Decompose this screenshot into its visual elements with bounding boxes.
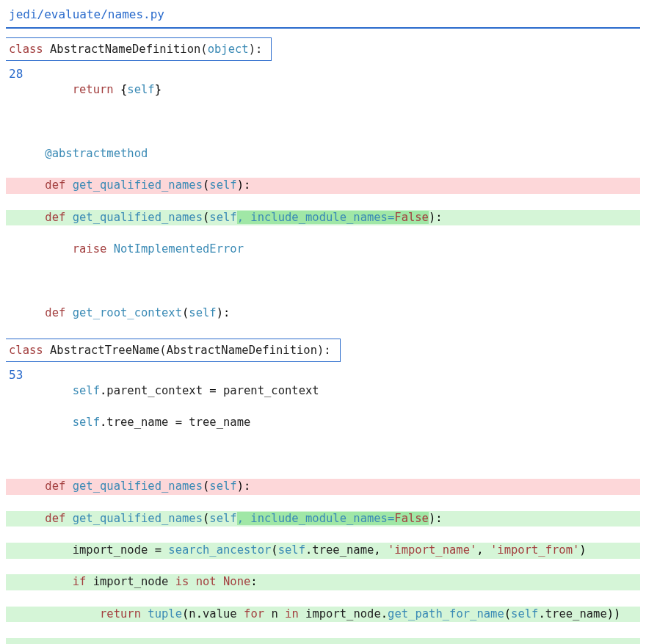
line-number-28: 28: [6, 64, 640, 82]
divider: [6, 27, 640, 29]
class-name: AbstractNameDefinition: [50, 43, 200, 56]
class-base: AbstractNameDefinition: [167, 344, 317, 357]
class-name: AbstractTreeName: [50, 344, 159, 357]
class-header-2[interactable]: class AbstractTreeName(AbstractNameDefin…: [6, 339, 341, 362]
class-base: object: [208, 43, 249, 56]
keyword-class: class: [9, 344, 43, 357]
code-block-1: return {self} @abstractmethod def get_qu…: [6, 82, 640, 337]
code-block-2: self.parent_context = parent_context sel…: [6, 383, 640, 644]
class-header-1[interactable]: class AbstractNameDefinition(object):: [6, 37, 272, 61]
line-number-53: 53: [6, 365, 640, 383]
keyword-class: class: [9, 43, 43, 56]
file-path[interactable]: jedi/evaluate/names.py: [6, 6, 640, 26]
